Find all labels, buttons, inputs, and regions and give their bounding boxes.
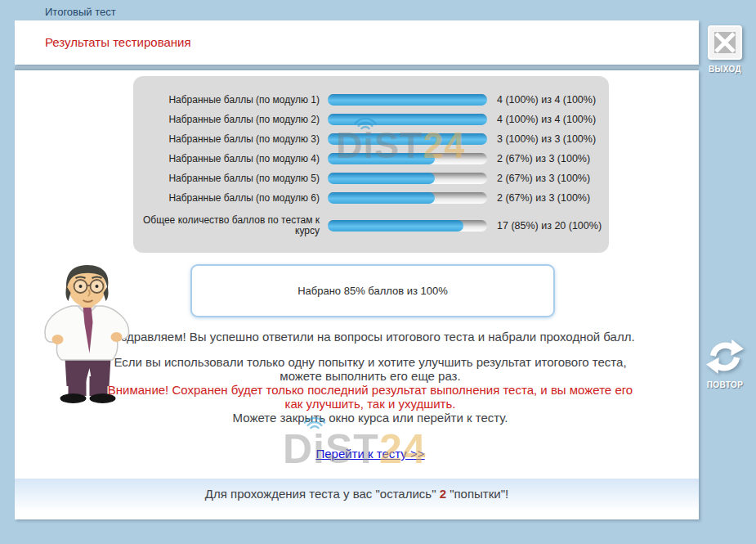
progress-bar-track: [328, 133, 487, 145]
progress-bar-track: [328, 153, 487, 164]
progress-bar-track: [328, 173, 487, 184]
progress-bar-fill: [328, 114, 487, 125]
progress-bar-track: [328, 192, 487, 204]
score-summary-text: Набрано 85% баллов из 100%: [297, 285, 448, 297]
attempts-count: 2: [440, 487, 446, 501]
result-row-label: Набранные баллы (по модулю 3): [133, 134, 328, 145]
repeat-button[interactable]: ПОВТОР: [705, 338, 745, 389]
exit-button[interactable]: ВЫХОД: [705, 25, 745, 74]
result-row-value: 17 (85%) из 20 (100%): [487, 220, 602, 232]
result-row-value: 3 (100%) из 3 (100%): [487, 133, 596, 145]
close-icon: [708, 25, 742, 60]
tutor-character-illustration: [34, 262, 139, 407]
header-bar: Результаты тестирования: [15, 20, 699, 65]
result-row-value: 4 (100%) из 4 (100%): [487, 114, 596, 125]
result-row: Набранные баллы (по модулю 2)4 (100%) из…: [133, 110, 609, 129]
result-row: Набранные баллы (по модулю 6)2 (67%) из …: [133, 188, 609, 208]
results-panel: Набранные баллы (по модулю 1)4 (100%) из…: [133, 76, 609, 253]
result-row: Набранные баллы (по модулю 5)2 (67%) из …: [133, 169, 609, 188]
result-row-label: Набранные баллы (по модулю 6): [133, 193, 328, 204]
result-row: Общее количество баллов по тестам к курс…: [133, 211, 609, 241]
goto-test-link[interactable]: Перейти к тесту >>: [315, 447, 424, 461]
progress-bar-fill: [328, 220, 463, 232]
attempts-text-prefix: Для прохождения теста у вас "остались": [205, 487, 440, 501]
result-row-label: Набранные баллы (по модулю 2): [133, 115, 328, 125]
repeat-button-label: ПОВТОР: [705, 380, 745, 389]
progress-bar-track: [328, 114, 487, 125]
link-row: Перейти к тесту >>: [105, 447, 636, 461]
header-divider: [15, 66, 699, 69]
score-summary-box: Набрано 85% баллов из 100%: [190, 264, 555, 317]
retry-info-text: Если вы использовали только одну попытку…: [105, 355, 636, 383]
results-rows: Набранные баллы (по модулю 1)4 (100%) из…: [133, 90, 609, 241]
progress-bar-fill: [328, 94, 487, 106]
result-row-value: 2 (67%) из 3 (100%): [487, 153, 590, 164]
page-title: Результаты тестирования: [45, 35, 191, 49]
test-results-page: Итоговый тест Результаты тестирования На…: [0, 0, 756, 544]
message-block: Поздравляем! Вы успешно ответили на вопр…: [105, 330, 636, 461]
result-row: Набранные баллы (по модулю 3)3 (100%) из…: [133, 129, 609, 149]
result-row: Набранные баллы (по модулю 4)2 (67%) из …: [133, 149, 609, 169]
result-row-label: Общее количество баллов по тестам к курс…: [133, 215, 328, 236]
exit-button-label: ВЫХОД: [705, 65, 745, 74]
progress-bar-track: [328, 94, 487, 106]
result-row-label: Набранные баллы (по модулю 5): [133, 173, 328, 184]
progress-bar-fill: [328, 192, 435, 204]
attempts-footer: Для прохождения теста у вас "остались" 2…: [15, 479, 699, 519]
progress-bar-track: [328, 220, 487, 232]
app-title: Итоговый тест: [45, 6, 116, 18]
progress-bar-fill: [328, 153, 435, 164]
progress-bar-fill: [328, 133, 487, 145]
attempts-text-suffix: "попытки"!: [446, 487, 508, 501]
result-row-label: Набранные баллы (по модулю 1): [133, 95, 328, 106]
warning-text: Внимание! Сохранен будет только последни…: [105, 383, 636, 411]
result-row: Набранные баллы (по модулю 1)4 (100%) из…: [133, 90, 609, 110]
close-info-text: Можете закрыть окно курса или перейти к …: [105, 411, 636, 425]
result-row-value: 2 (67%) из 3 (100%): [487, 173, 590, 184]
repeat-icon: [706, 338, 744, 375]
progress-bar-fill: [328, 173, 435, 184]
result-row-value: 4 (100%) из 4 (100%): [487, 94, 596, 106]
congrats-text: Поздравляем! Вы успешно ответили на вопр…: [105, 330, 636, 344]
result-row-label: Набранные баллы (по модулю 4): [133, 154, 328, 164]
result-row-value: 2 (67%) из 3 (100%): [487, 192, 590, 204]
